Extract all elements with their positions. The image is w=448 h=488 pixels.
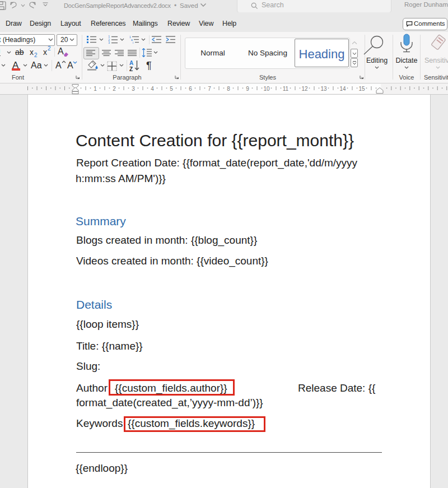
svg-text:11: 11 — [283, 86, 289, 92]
svg-text:15: 15 — [358, 86, 365, 92]
svg-text:2: 2 — [113, 86, 116, 92]
svg-text:14: 14 — [339, 86, 346, 92]
svg-text:1: 1 — [94, 86, 97, 92]
svg-text:5: 5 — [170, 86, 173, 92]
svg-text:9: 9 — [246, 86, 249, 92]
svg-text:3: 3 — [132, 86, 135, 92]
svg-text:12: 12 — [301, 86, 308, 92]
svg-text:8: 8 — [227, 86, 230, 92]
svg-text:13: 13 — [320, 86, 327, 92]
svg-text:10: 10 — [263, 86, 270, 92]
svg-text:6: 6 — [189, 86, 192, 92]
svg-text:4: 4 — [151, 86, 154, 92]
svg-text:7: 7 — [208, 86, 211, 92]
